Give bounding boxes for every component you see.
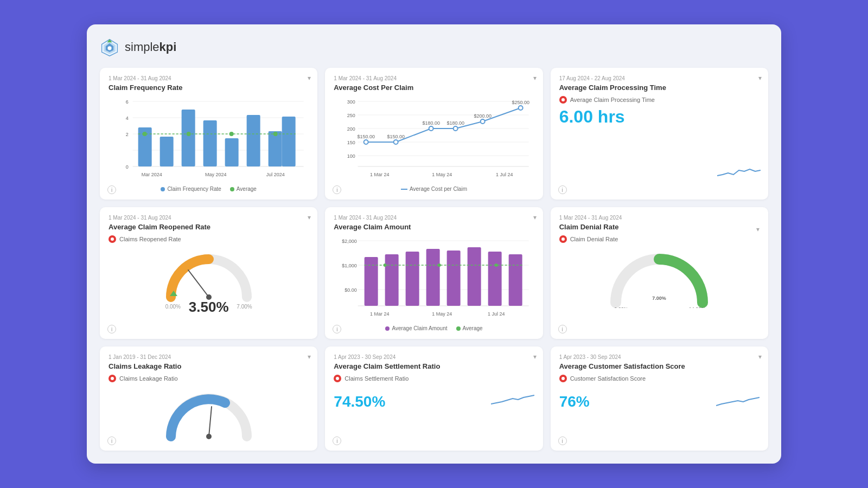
svg-text:$1,000: $1,000 — [342, 263, 357, 268]
claim-frequency-card: 1 Mar 2024 - 31 Aug 2024 Claim Frequency… — [100, 68, 317, 200]
avg-reopened-title: Average Claim Reopened Rate — [108, 223, 309, 231]
svg-point-3 — [107, 46, 111, 50]
svg-text:$180.00: $180.00 — [447, 120, 465, 126]
avg-reopened-value: 3.50% — [189, 299, 229, 316]
avg-cost-legend: Average Cost per Claim — [334, 186, 534, 192]
avg-customer-satisfaction-value: 76% — [559, 393, 590, 410]
avg-customer-satisfaction-date: 1 Apr 2023 - 30 Sep 2024 — [559, 354, 760, 360]
svg-text:2: 2 — [126, 132, 129, 137]
avg-processing-sparkline — [717, 159, 761, 183]
svg-text:Mar 2024: Mar 2024 — [142, 172, 162, 177]
avg-processing-info[interactable]: i — [558, 185, 567, 194]
avg-claim-amount-date: 1 Mar 2024 - 31 Aug 2024 — [334, 215, 534, 221]
svg-point-42 — [394, 140, 398, 144]
svg-text:$2,000: $2,000 — [342, 239, 357, 244]
avg-claim-amount-card: 1 Mar 2024 - 31 Aug 2024 Average Claim A… — [325, 207, 542, 339]
legend-avg-cost: Average Cost per Claim — [401, 186, 467, 192]
svg-point-45 — [481, 119, 485, 124]
svg-text:300: 300 — [347, 99, 355, 105]
claim-frequency-date: 1 Mar 2024 - 31 Aug 2024 — [108, 75, 309, 81]
avg-claim-amount-dropdown[interactable]: ▾ — [533, 214, 537, 221]
avg-claim-amount-svg: $2,000 $1,000 $0.00 — [334, 235, 534, 319]
avg-claim-amount-legend: Average Claim Amount Average — [334, 325, 534, 331]
avg-settlement-sparkline — [491, 387, 534, 410]
svg-text:1 May 24: 1 May 24 — [432, 311, 452, 317]
dashboard: simplekpi 1 Mar 2024 - 31 Aug 2024 Claim… — [87, 24, 781, 464]
svg-rect-15 — [160, 137, 174, 166]
svg-point-43 — [429, 126, 433, 131]
avg-settlement-label: Claims Settlement Ratio — [334, 375, 534, 382]
avg-settlement-dropdown[interactable]: ▾ — [533, 353, 537, 361]
svg-rect-17 — [203, 120, 217, 166]
svg-text:$0.00: $0.00 — [344, 287, 357, 293]
claims-leakage-date: 1 Jan 2019 - 31 Dec 2024 — [108, 354, 309, 360]
avg-cost-chart: 300 250 200 150 100 — [334, 96, 534, 183]
svg-text:250: 250 — [347, 113, 355, 118]
avg-reopened-dropdown[interactable]: ▾ — [308, 214, 311, 221]
svg-text:$150.00: $150.00 — [387, 134, 405, 139]
svg-rect-16 — [182, 110, 195, 166]
avg-settlement-info[interactable]: i — [333, 436, 341, 445]
avg-reopened-date: 1 Mar 2024 - 31 Aug 2024 — [108, 215, 309, 221]
avg-reopened-icon — [108, 235, 116, 243]
avg-customer-satisfaction-label: Customer Satisfaction Score — [559, 375, 760, 382]
claim-denial-gauge: 7.00% 0.00% 14.00% — [559, 246, 760, 308]
logo-area: simplekpi — [100, 37, 768, 57]
svg-rect-69 — [426, 249, 440, 306]
claims-leakage-title: Claims Leakage Ratio — [108, 362, 309, 370]
svg-text:6: 6 — [126, 99, 129, 105]
svg-text:1 Jul 24: 1 Jul 24 — [496, 172, 513, 177]
avg-settlement-title: Average Claim Settlement Ratio — [334, 362, 534, 370]
svg-rect-72 — [488, 252, 502, 306]
avg-claim-amount-info[interactable]: i — [333, 325, 341, 333]
svg-text:Jul 2024: Jul 2024 — [266, 172, 285, 177]
claim-frequency-title: Claim Frequency Rate — [108, 84, 309, 92]
claims-leakage-label: Claims Leakage Ratio — [108, 375, 309, 382]
claim-denial-dropdown[interactable]: ▾ — [756, 226, 760, 233]
avg-settlement-icon — [334, 375, 341, 382]
svg-rect-73 — [509, 254, 522, 306]
avg-reopened-label: Claims Reopened Rate — [108, 235, 309, 243]
svg-text:$250.00: $250.00 — [512, 100, 530, 105]
avg-cost-title: Average Cost Per Claim — [334, 84, 534, 92]
avg-customer-satisfaction-dropdown[interactable]: ▾ — [758, 353, 762, 361]
claims-leakage-card: 1 Jan 2019 - 31 Dec 2024 Claims Leakage … — [100, 346, 317, 451]
avg-reopened-gauge: 0.00% 7.00% 3.50% — [108, 246, 309, 316]
claim-denial-icon — [559, 235, 567, 243]
svg-text:$150.00: $150.00 — [358, 134, 375, 139]
legend-average: Average — [230, 186, 257, 192]
svg-rect-18 — [225, 138, 239, 166]
svg-text:14.00%: 14.00% — [689, 306, 706, 308]
avg-cost-info[interactable]: i — [333, 185, 341, 194]
avg-customer-satisfaction-title: Average Customer Satisfaction Score — [559, 362, 760, 370]
claim-denial-title: Claim Denial Rate — [559, 223, 619, 231]
svg-point-41 — [364, 140, 368, 144]
avg-reopened-info[interactable]: i — [107, 325, 116, 333]
claims-leakage-info[interactable]: i — [107, 436, 116, 445]
svg-point-26 — [273, 132, 278, 136]
avg-claim-amount-chart: $2,000 $1,000 $0.00 — [334, 235, 534, 322]
claim-frequency-info[interactable]: i — [107, 185, 116, 194]
svg-text:0.00%: 0.00% — [615, 306, 629, 308]
avg-processing-date: 17 Aug 2024 - 22 Aug 2024 — [559, 75, 760, 81]
avg-customer-satisfaction-info[interactable]: i — [558, 436, 567, 445]
claim-denial-info[interactable]: i — [558, 325, 567, 333]
claim-denial-label: Claim Denial Rate — [559, 235, 760, 243]
avg-processing-dropdown[interactable]: ▾ — [758, 74, 762, 82]
svg-text:1 Mar 24: 1 Mar 24 — [370, 311, 390, 317]
svg-text:1 Mar 24: 1 Mar 24 — [370, 172, 390, 177]
avg-processing-value: 6.00 hrs — [559, 107, 625, 127]
avg-cost-dropdown[interactable]: ▾ — [533, 74, 537, 82]
avg-claim-amount-title: Average Claim Amount — [334, 223, 534, 231]
logo-icon — [100, 37, 119, 57]
svg-rect-71 — [468, 247, 481, 306]
svg-point-85 — [206, 434, 212, 439]
svg-text:May 2024: May 2024 — [205, 172, 227, 177]
claim-denial-date: 1 Mar 2024 - 31 Aug 2024 — [559, 215, 760, 221]
claims-leakage-dropdown[interactable]: ▾ — [308, 353, 311, 361]
claim-frequency-dropdown[interactable]: ▾ — [308, 74, 311, 82]
avg-customer-satisfaction-icon — [559, 375, 567, 382]
svg-point-75 — [384, 264, 387, 267]
svg-line-56 — [188, 270, 209, 297]
svg-point-77 — [495, 264, 498, 267]
